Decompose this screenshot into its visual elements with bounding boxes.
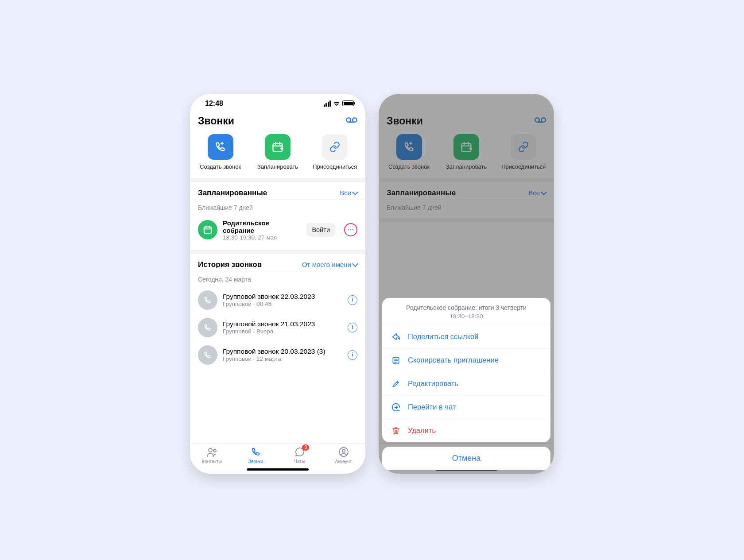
scheduled-item-sub: 18:30-19:30, 27 мая: [223, 234, 301, 241]
sheet-header: Родительское собрание: итоги 3 четверти …: [382, 298, 550, 325]
history-row[interactable]: Групповой звонок 21.03.2023Групповой · В…: [198, 314, 357, 341]
share-icon: [391, 332, 401, 342]
svg-point-2: [348, 229, 349, 230]
phone-avatar-icon: [198, 345, 217, 365]
status-time: 12:48: [205, 100, 223, 108]
scheduled-section: Запланированные Все Ближайшие 7 дней Род…: [190, 182, 365, 254]
voicemail-icon[interactable]: [346, 117, 357, 125]
info-icon[interactable]: i: [348, 350, 357, 360]
share-link-row[interactable]: Поделиться ссылкой: [382, 325, 550, 349]
scheduled-item-title: Родительское собрание: [223, 219, 301, 234]
svg-rect-0: [273, 143, 282, 151]
status-icons: [324, 100, 354, 107]
join-button[interactable]: Войти: [306, 223, 335, 237]
join-label: Присоединиться: [308, 163, 361, 170]
copy-icon: [391, 355, 401, 365]
delete-row[interactable]: Удалить: [382, 419, 550, 442]
contacts-icon: [190, 446, 234, 458]
tab-bar: Контакты Звонки 3 Чаты Аккаунт: [190, 443, 365, 465]
goto-chat-row[interactable]: Перейти в чат: [382, 396, 550, 419]
wifi-icon: [333, 101, 340, 106]
chevron-down-icon: [352, 189, 358, 195]
status-bar: 12:48: [190, 94, 365, 113]
phone-left: 12:48 Звонки Создать звонок: [190, 94, 365, 474]
phone-avatar-icon: [198, 290, 217, 310]
history-row[interactable]: Групповой звонок 22.03.2023Групповой · 0…: [198, 286, 357, 314]
scheduled-title: Запланированные: [198, 189, 267, 197]
svg-point-6: [213, 449, 216, 452]
schedule-label: Запланировать: [251, 163, 304, 170]
info-icon[interactable]: i: [348, 295, 357, 305]
sheet-title: Родительское собрание: итоги 3 четверти: [387, 304, 546, 311]
scheduled-item[interactable]: Родительское собрание 18:30-19:30, 27 ма…: [198, 215, 357, 246]
signal-icon: [324, 100, 331, 107]
chats-badge: 3: [302, 444, 309, 451]
history-section: История звонков От моего имени Сегодня, …: [190, 254, 365, 443]
quick-actions: Создать звонок Запланировать Присоединит…: [190, 131, 365, 182]
more-button[interactable]: [344, 223, 357, 236]
pencil-icon: [391, 379, 401, 389]
svg-point-8: [342, 449, 345, 452]
phone-plus-icon: [208, 134, 233, 160]
calendar-plus-icon: [265, 134, 291, 160]
create-call-label: Создать звонок: [194, 163, 247, 170]
tab-calls[interactable]: Звонки: [234, 446, 278, 464]
svg-point-3: [350, 229, 351, 230]
link-icon: [322, 134, 348, 160]
tab-account[interactable]: Аккаунт: [322, 446, 365, 464]
copy-invite-row[interactable]: Скопировать приглашение: [382, 349, 550, 372]
cancel-button[interactable]: Отмена: [382, 447, 550, 470]
account-icon: [322, 446, 365, 458]
svg-rect-1: [204, 227, 212, 234]
chevron-down-icon: [352, 260, 358, 266]
history-day-label: Сегодня, 24 марта: [198, 276, 357, 283]
two-phone-mockup: 12:48 Звонки Создать звонок: [92, 69, 652, 492]
phone-right: 12:48 Звонки Создать звонок Запланироват…: [379, 94, 554, 474]
edit-row[interactable]: Редактировать: [382, 372, 550, 396]
sheet-time: 18:30–19:30: [387, 313, 546, 320]
scheduled-span-label: Ближайшие 7 дней: [198, 204, 357, 211]
history-row[interactable]: Групповой звонок 20.03.2023 (3)Групповой…: [198, 341, 357, 369]
history-filter[interactable]: От моего имени: [302, 261, 357, 268]
svg-point-4: [352, 229, 353, 230]
trash-icon: [391, 426, 401, 436]
home-indicator: [247, 468, 309, 471]
schedule-tile[interactable]: Запланировать: [251, 134, 304, 170]
phone-avatar-icon: [198, 318, 217, 337]
tab-chats[interactable]: 3 Чаты: [278, 446, 322, 464]
history-title: История звонков: [198, 260, 262, 269]
calls-tab-icon: [234, 446, 278, 458]
scheduled-filter[interactable]: Все: [340, 189, 357, 197]
create-call-tile[interactable]: Создать звонок: [194, 134, 247, 170]
chats-icon: 3: [278, 446, 322, 458]
tab-contacts[interactable]: Контакты: [190, 446, 234, 464]
chat-arrow-icon: [391, 402, 401, 412]
join-tile[interactable]: Присоединиться: [308, 134, 361, 170]
info-icon[interactable]: i: [348, 323, 357, 332]
calendar-avatar-icon: [198, 220, 217, 239]
battery-icon: [342, 100, 354, 106]
page-title: Звонки: [198, 115, 234, 127]
svg-point-5: [209, 448, 212, 452]
action-sheet: Родительское собрание: итоги 3 четверти …: [382, 298, 550, 470]
